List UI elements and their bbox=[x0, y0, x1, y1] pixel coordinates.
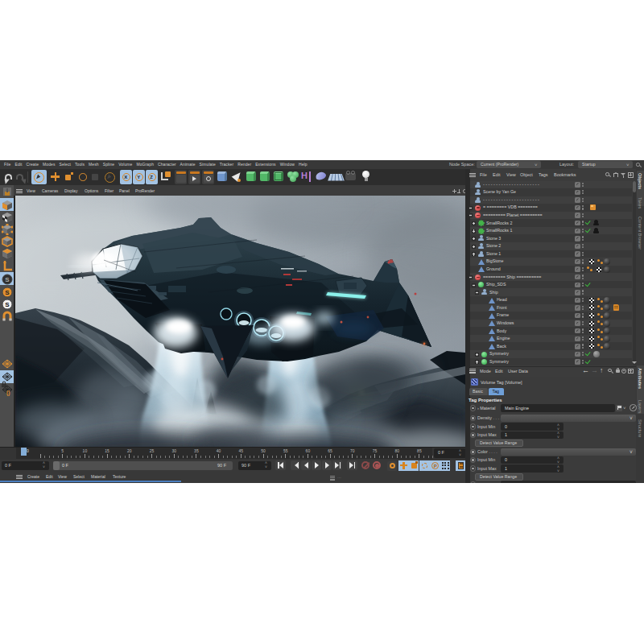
svg-text:S: S bbox=[5, 276, 10, 283]
svg-text:S: S bbox=[5, 289, 10, 296]
svg-text:S: S bbox=[5, 301, 10, 308]
